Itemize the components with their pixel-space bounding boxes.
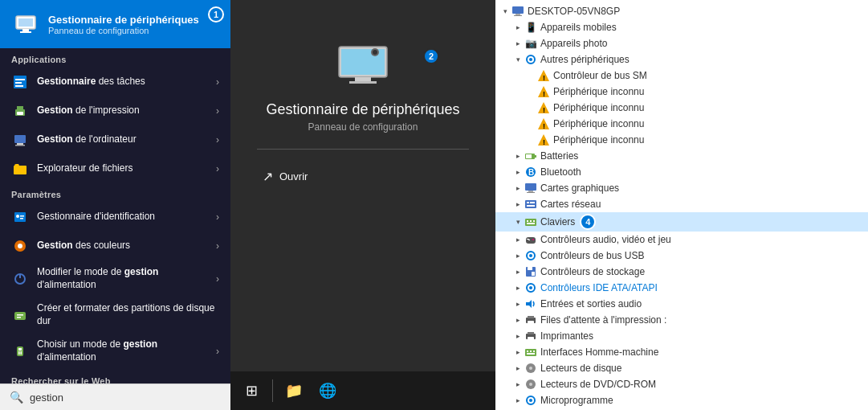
svg-rect-71 bbox=[528, 240, 530, 240]
svg-rect-62 bbox=[525, 219, 536, 226]
tree-expander: ▸ bbox=[511, 346, 524, 359]
tree-item-autres[interactable]: ▾Autres périphériques bbox=[495, 51, 868, 68]
svg-rect-35 bbox=[512, 6, 524, 14]
tree-item-photo[interactable]: ▸📷Appareils photo bbox=[495, 35, 868, 51]
tree-expander: ▸ bbox=[511, 297, 524, 310]
tree-expander: ▾ bbox=[499, 5, 511, 18]
badge-4: 4 bbox=[580, 214, 596, 230]
tree-item-print-queue[interactable]: ▸Files d'attente à l'impression : bbox=[495, 312, 868, 328]
svg-rect-64 bbox=[530, 220, 532, 222]
tree-item-icon-mobile: 📱 bbox=[524, 21, 537, 34]
tree-item-usb-ctrl[interactable]: ▸Contrôleurs de bus USB bbox=[495, 248, 868, 264]
tree-item-audio-io[interactable]: ▸Entrées et sorties audio bbox=[495, 296, 868, 312]
tree-item-unknown2[interactable]: !Périphérique inconnu bbox=[495, 100, 868, 116]
tree-item-disk-drives[interactable]: ▸Lecteurs de disque bbox=[495, 360, 868, 376]
arrow-icon: › bbox=[216, 163, 219, 174]
svg-rect-84 bbox=[528, 321, 534, 324]
tree-expander: ▸ bbox=[511, 281, 524, 294]
taskbar-chrome-icon[interactable]: 🌐 bbox=[313, 376, 342, 405]
tree-item-unknown1[interactable]: !Périphérique inconnu bbox=[495, 84, 868, 100]
svg-rect-7 bbox=[15, 85, 23, 87]
tree-expander: ▸ bbox=[511, 394, 524, 407]
svg-rect-10 bbox=[17, 112, 23, 115]
tree-item-unknown4[interactable]: !Périphérique inconnu bbox=[495, 132, 868, 148]
menu-id-mgmt-label: Gestionnaire d'identification bbox=[37, 211, 208, 223]
svg-point-98 bbox=[529, 399, 532, 402]
tree-item-storage-ctrl[interactable]: ▸Contrôleurs de stockage bbox=[495, 264, 868, 280]
svg-rect-83 bbox=[528, 316, 534, 318]
tree-expander: ▸ bbox=[511, 150, 524, 162]
tree-item-graphics[interactable]: ▸Cartes graphiques bbox=[495, 180, 868, 196]
tree-item-mobile[interactable]: ▸📱Appareils mobiles bbox=[495, 19, 868, 35]
svg-rect-27 bbox=[18, 351, 20, 355]
menu-color-mgmt[interactable]: Gestion des couleurs › bbox=[0, 232, 230, 260]
tree-expander: ▸ bbox=[511, 249, 524, 262]
svg-rect-36 bbox=[516, 14, 520, 15]
selected-app-title: Gestionnaire de périphériques bbox=[48, 14, 219, 26]
tree-expander: ▸ bbox=[511, 378, 524, 391]
tree-label-mobile: Appareils mobiles bbox=[540, 22, 617, 33]
svg-rect-16 bbox=[20, 215, 24, 217]
tree-item-unknown3[interactable]: !Périphérique inconnu bbox=[495, 116, 868, 132]
tree-item-ide-ctrl[interactable]: ▸Contrôleurs IDE ATA/ATAPI bbox=[495, 280, 868, 296]
left-menu-scroll: Applications Gestionnaire des tâches › G… bbox=[0, 48, 230, 383]
menu-file-explorer[interactable]: Explorateur de fichiers › bbox=[0, 154, 230, 183]
arrow-icon: › bbox=[216, 273, 219, 285]
tree-item-desktop[interactable]: ▾DESKTOP-05VN8GP bbox=[495, 3, 868, 19]
svg-point-15 bbox=[16, 215, 19, 218]
menu-computer-mgmt[interactable]: Gestion de l'ordinateur › bbox=[0, 125, 230, 154]
tree-item-hid[interactable]: ▸Interfaces Homme-machine bbox=[495, 344, 868, 360]
open-button[interactable]: ↗ Ouvrir bbox=[263, 166, 308, 187]
taskbar-sep bbox=[272, 379, 273, 402]
arrow-icon: › bbox=[216, 105, 219, 117]
tree-item-bus-sm[interactable]: !Contrôleur de bus SM bbox=[495, 68, 868, 84]
tree-label-usb-ctrl: Contrôleurs de bus USB bbox=[540, 250, 644, 261]
menu-power-mode[interactable]: Modifier le mode de gestion d'alimentati… bbox=[0, 260, 230, 297]
search-bar[interactable]: 🔍 bbox=[0, 383, 230, 410]
svg-rect-24 bbox=[17, 317, 21, 318]
left-panel: Gestionnaire de périphériques Panneau de… bbox=[0, 0, 230, 410]
svg-rect-52 bbox=[526, 154, 532, 158]
menu-partition[interactable]: Créer et formater des partitions de disq… bbox=[0, 297, 230, 333]
svg-rect-60 bbox=[530, 202, 535, 203]
open-icon: ↗ bbox=[263, 169, 273, 184]
tree-label-disk-drives: Lecteurs de disque bbox=[540, 363, 621, 374]
taskbar-folder-icon[interactable]: 📁 bbox=[279, 376, 308, 405]
print-mgmt-icon bbox=[11, 102, 29, 120]
tree-label-printers: Imprimantes bbox=[540, 330, 593, 342]
arrow-icon: › bbox=[216, 76, 219, 88]
open-label: Ouvrir bbox=[279, 170, 308, 182]
taskbar-windows-icon[interactable]: ⊞ bbox=[237, 376, 266, 405]
svg-rect-88 bbox=[525, 349, 536, 356]
tree-item-batteries[interactable]: ▸Batteries bbox=[495, 148, 868, 164]
tree-item-bluetooth[interactable]: ▸BBluetooth bbox=[495, 164, 868, 180]
tree-item-dvd[interactable]: ▸Lecteurs de DVD/CD-ROM bbox=[495, 376, 868, 392]
svg-rect-26 bbox=[18, 348, 22, 351]
menu-print-mgmt[interactable]: Gestion de l'impression › bbox=[0, 96, 230, 125]
tree-item-network[interactable]: ▸Cartes réseau bbox=[495, 196, 868, 212]
menu-color-mgmt-label: Gestion des couleurs bbox=[37, 240, 208, 252]
tree-item-icon-firmware bbox=[524, 394, 537, 407]
svg-rect-91 bbox=[533, 351, 535, 352]
tree-item-firmware[interactable]: ▸Microprogramme bbox=[495, 392, 868, 408]
tree-item-keyboards[interactable]: ▾Claviers4 bbox=[495, 212, 868, 232]
tree-item-icon-unknown1: ! bbox=[537, 85, 550, 98]
menu-power-choice-label: Choisir un mode de gestion d'alimentatio… bbox=[37, 338, 208, 363]
tree-item-printers[interactable]: ▸Imprimantes bbox=[495, 328, 868, 344]
search-icon: 🔍 bbox=[10, 391, 23, 404]
svg-point-34 bbox=[373, 50, 377, 55]
search-input[interactable] bbox=[30, 392, 221, 404]
menu-task-manager-label: Gestionnaire des tâches bbox=[37, 76, 208, 88]
middle-panel: 2 Gestionnaire de périphériques Panneau … bbox=[230, 0, 495, 410]
menu-power-choice[interactable]: Choisir un mode de gestion d'alimentatio… bbox=[0, 333, 230, 369]
tree-expander: ▸ bbox=[511, 362, 524, 375]
tree-item-icon-keyboards bbox=[524, 215, 537, 228]
selected-app-header[interactable]: Gestionnaire de périphériques Panneau de… bbox=[0, 0, 230, 48]
tree-item-audio-ctrl[interactable]: ▸Contrôleurs audio, vidéo et jeu bbox=[495, 232, 868, 248]
svg-text:!: ! bbox=[543, 90, 545, 98]
menu-id-mgmt[interactable]: Gestionnaire d'identification › bbox=[0, 203, 230, 232]
svg-marker-81 bbox=[526, 300, 532, 308]
menu-task-manager[interactable]: Gestionnaire des tâches › bbox=[0, 68, 230, 96]
tree-label-storage-ctrl: Contrôleurs de stockage bbox=[540, 266, 645, 277]
tree-item-icon-graphics bbox=[524, 182, 537, 195]
